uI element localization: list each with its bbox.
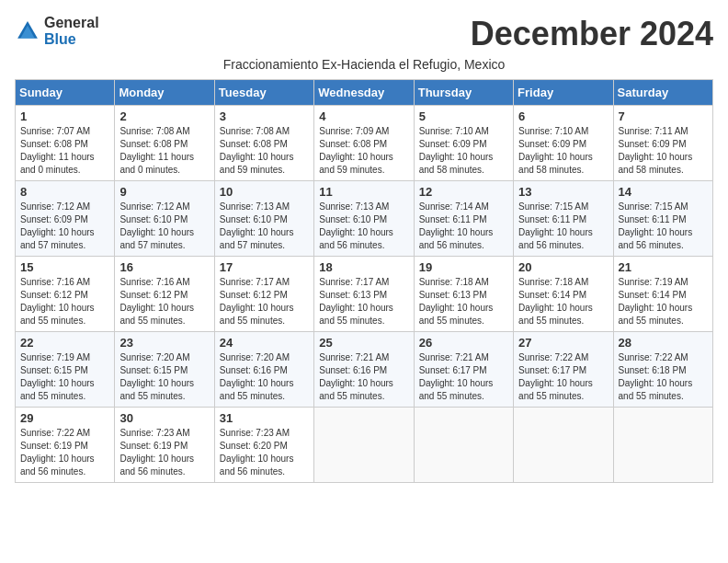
calendar-cell: 16Sunrise: 7:16 AM Sunset: 6:12 PM Dayli…: [115, 257, 214, 332]
day-number: 8: [20, 185, 109, 199]
day-number: 9: [119, 185, 209, 199]
day-number: 3: [220, 109, 309, 123]
day-info: Sunrise: 7:14 AM Sunset: 6:11 PM Dayligh…: [419, 201, 508, 252]
day-number: 2: [119, 109, 209, 123]
calendar-header-row: SundayMondayTuesdayWednesdayThursdayFrid…: [16, 80, 713, 106]
day-number: 30: [119, 411, 209, 425]
calendar-cell: 15Sunrise: 7:16 AM Sunset: 6:12 PM Dayli…: [16, 257, 115, 332]
day-number: 27: [518, 336, 608, 350]
calendar-cell: 29Sunrise: 7:22 AM Sunset: 6:19 PM Dayli…: [16, 408, 115, 483]
col-header-thursday: Thursday: [414, 80, 513, 106]
day-info: Sunrise: 7:12 AM Sunset: 6:10 PM Dayligh…: [119, 201, 209, 252]
day-info: Sunrise: 7:10 AM Sunset: 6:09 PM Dayligh…: [518, 125, 608, 177]
calendar-cell: 3Sunrise: 7:08 AM Sunset: 6:08 PM Daylig…: [214, 106, 313, 181]
calendar-cell: 1Sunrise: 7:07 AM Sunset: 6:08 PM Daylig…: [16, 106, 115, 181]
calendar-cell: [314, 408, 414, 483]
day-number: 26: [419, 336, 508, 350]
calendar-cell: 11Sunrise: 7:13 AM Sunset: 6:10 PM Dayli…: [314, 181, 414, 257]
day-info: Sunrise: 7:11 AM Sunset: 6:09 PM Dayligh…: [619, 125, 708, 177]
week-row-1: 1Sunrise: 7:07 AM Sunset: 6:08 PM Daylig…: [16, 106, 713, 181]
day-number: 21: [619, 260, 708, 274]
week-row-2: 8Sunrise: 7:12 AM Sunset: 6:09 PM Daylig…: [16, 181, 713, 257]
day-info: Sunrise: 7:23 AM Sunset: 6:19 PM Dayligh…: [119, 427, 209, 478]
day-number: 16: [119, 260, 209, 274]
day-info: Sunrise: 7:13 AM Sunset: 6:10 PM Dayligh…: [220, 201, 309, 252]
calendar-cell: 24Sunrise: 7:20 AM Sunset: 6:16 PM Dayli…: [214, 332, 313, 408]
day-number: 15: [20, 260, 109, 274]
day-number: 20: [518, 260, 608, 274]
calendar-cell: 25Sunrise: 7:21 AM Sunset: 6:16 PM Dayli…: [314, 332, 414, 408]
day-info: Sunrise: 7:16 AM Sunset: 6:12 PM Dayligh…: [119, 276, 209, 327]
day-number: 28: [619, 336, 708, 350]
calendar-subtitle: Fraccionamiento Ex-Hacienda el Refugio, …: [15, 57, 713, 72]
logo: General Blue: [15, 15, 99, 48]
col-header-wednesday: Wednesday: [314, 80, 414, 106]
day-info: Sunrise: 7:22 AM Sunset: 6:19 PM Dayligh…: [20, 427, 109, 478]
day-info: Sunrise: 7:21 AM Sunset: 6:16 PM Dayligh…: [319, 351, 408, 403]
calendar-cell: 12Sunrise: 7:14 AM Sunset: 6:11 PM Dayli…: [414, 181, 513, 257]
week-row-4: 22Sunrise: 7:19 AM Sunset: 6:15 PM Dayli…: [16, 332, 713, 408]
week-row-5: 29Sunrise: 7:22 AM Sunset: 6:19 PM Dayli…: [16, 408, 713, 483]
col-header-friday: Friday: [514, 80, 613, 106]
calendar-cell: 31Sunrise: 7:23 AM Sunset: 6:20 PM Dayli…: [214, 408, 313, 483]
calendar-cell: [613, 408, 712, 483]
calendar-cell: 4Sunrise: 7:09 AM Sunset: 6:08 PM Daylig…: [314, 106, 414, 181]
calendar-cell: 22Sunrise: 7:19 AM Sunset: 6:15 PM Dayli…: [16, 332, 115, 408]
day-number: 6: [518, 109, 608, 123]
day-info: Sunrise: 7:17 AM Sunset: 6:12 PM Dayligh…: [220, 276, 309, 327]
col-header-sunday: Sunday: [16, 80, 115, 106]
day-info: Sunrise: 7:08 AM Sunset: 6:08 PM Dayligh…: [220, 125, 309, 177]
calendar-cell: 10Sunrise: 7:13 AM Sunset: 6:10 PM Dayli…: [214, 181, 313, 257]
day-info: Sunrise: 7:20 AM Sunset: 6:15 PM Dayligh…: [119, 351, 209, 403]
calendar-table: SundayMondayTuesdayWednesdayThursdayFrid…: [15, 79, 713, 483]
calendar-cell: 28Sunrise: 7:22 AM Sunset: 6:18 PM Dayli…: [613, 332, 712, 408]
calendar-cell: 17Sunrise: 7:17 AM Sunset: 6:12 PM Dayli…: [214, 257, 313, 332]
calendar-cell: 2Sunrise: 7:08 AM Sunset: 6:08 PM Daylig…: [115, 106, 214, 181]
generalblue-icon: [15, 18, 40, 44]
calendar-cell: 9Sunrise: 7:12 AM Sunset: 6:10 PM Daylig…: [115, 181, 214, 257]
calendar-cell: [414, 408, 513, 483]
day-number: 24: [220, 336, 309, 350]
day-number: 13: [518, 185, 608, 199]
logo-general: General: [44, 15, 99, 30]
calendar-cell: 14Sunrise: 7:15 AM Sunset: 6:11 PM Dayli…: [613, 181, 712, 257]
day-number: 10: [220, 185, 309, 199]
day-info: Sunrise: 7:23 AM Sunset: 6:20 PM Dayligh…: [220, 427, 309, 478]
day-number: 12: [419, 185, 508, 199]
logo-container: General Blue: [15, 15, 99, 48]
day-number: 14: [619, 185, 708, 199]
calendar-cell: 23Sunrise: 7:20 AM Sunset: 6:15 PM Dayli…: [115, 332, 214, 408]
day-number: 31: [220, 411, 309, 425]
calendar-cell: 19Sunrise: 7:18 AM Sunset: 6:13 PM Dayli…: [414, 257, 513, 332]
calendar-cell: 20Sunrise: 7:18 AM Sunset: 6:14 PM Dayli…: [514, 257, 613, 332]
day-info: Sunrise: 7:18 AM Sunset: 6:13 PM Dayligh…: [419, 276, 508, 327]
day-info: Sunrise: 7:22 AM Sunset: 6:18 PM Dayligh…: [619, 351, 708, 403]
day-info: Sunrise: 7:19 AM Sunset: 6:14 PM Dayligh…: [619, 276, 708, 327]
day-info: Sunrise: 7:15 AM Sunset: 6:11 PM Dayligh…: [619, 201, 708, 252]
day-info: Sunrise: 7:12 AM Sunset: 6:09 PM Dayligh…: [20, 201, 109, 252]
week-row-3: 15Sunrise: 7:16 AM Sunset: 6:12 PM Dayli…: [16, 257, 713, 332]
calendar-cell: 6Sunrise: 7:10 AM Sunset: 6:09 PM Daylig…: [514, 106, 613, 181]
day-number: 23: [119, 336, 209, 350]
month-title: December 2024: [471, 15, 713, 53]
day-info: Sunrise: 7:17 AM Sunset: 6:13 PM Dayligh…: [319, 276, 408, 327]
day-number: 4: [319, 109, 408, 123]
day-info: Sunrise: 7:16 AM Sunset: 6:12 PM Dayligh…: [20, 276, 109, 327]
calendar-cell: 30Sunrise: 7:23 AM Sunset: 6:19 PM Dayli…: [115, 408, 214, 483]
day-info: Sunrise: 7:13 AM Sunset: 6:10 PM Dayligh…: [319, 201, 408, 252]
page-header: General Blue December 2024: [15, 15, 713, 53]
day-number: 29: [20, 411, 109, 425]
day-number: 17: [220, 260, 309, 274]
day-number: 7: [619, 109, 708, 123]
day-number: 11: [319, 185, 408, 199]
calendar-cell: 8Sunrise: 7:12 AM Sunset: 6:09 PM Daylig…: [16, 181, 115, 257]
day-number: 19: [419, 260, 508, 274]
calendar-cell: [514, 408, 613, 483]
day-number: 1: [20, 109, 109, 123]
calendar-cell: 13Sunrise: 7:15 AM Sunset: 6:11 PM Dayli…: [514, 181, 613, 257]
day-info: Sunrise: 7:10 AM Sunset: 6:09 PM Dayligh…: [419, 125, 508, 177]
calendar-cell: 7Sunrise: 7:11 AM Sunset: 6:09 PM Daylig…: [613, 106, 712, 181]
day-info: Sunrise: 7:19 AM Sunset: 6:15 PM Dayligh…: [20, 351, 109, 403]
day-info: Sunrise: 7:22 AM Sunset: 6:17 PM Dayligh…: [518, 351, 608, 403]
logo-text: General Blue: [44, 15, 99, 48]
